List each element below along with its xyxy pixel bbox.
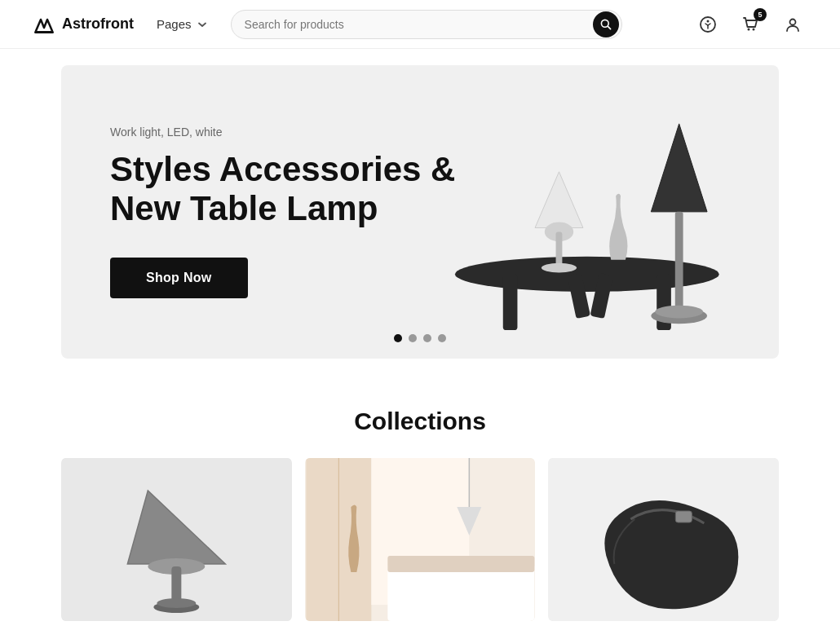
svg-point-6 — [790, 19, 796, 24]
cart-button[interactable]: 5 — [736, 10, 765, 39]
collection-card-room[interactable] — [305, 458, 536, 621]
search-bar — [231, 10, 622, 39]
dot-2[interactable] — [409, 334, 417, 342]
svg-point-5 — [753, 28, 755, 30]
pages-label: Pages — [157, 17, 192, 31]
hero-title: Styles Accessories & New Table Lamp — [110, 150, 730, 229]
chevron-down-icon — [197, 19, 208, 30]
hero-banner: Work light, LED, white Styles Accessorie… — [61, 65, 779, 359]
svg-point-3 — [707, 20, 710, 22]
carousel-dots — [394, 334, 446, 342]
dot-4[interactable] — [438, 334, 446, 342]
search-button[interactable] — [593, 11, 619, 37]
logo-text: Astrofront — [62, 15, 134, 33]
svg-point-22 — [157, 598, 196, 608]
hero-title-line2: New Table Lamp — [110, 189, 378, 227]
accessibility-button[interactable] — [693, 10, 723, 39]
svg-rect-31 — [676, 511, 692, 522]
logo[interactable]: Astrofront — [33, 13, 134, 36]
collection-bag-illustration — [548, 458, 779, 621]
search-input[interactable] — [231, 10, 622, 39]
user-icon — [784, 15, 802, 33]
svg-point-4 — [748, 28, 750, 30]
dot-1[interactable] — [394, 334, 402, 342]
shop-now-button[interactable]: Shop Now — [110, 258, 248, 298]
navbar: Astrofront Pages — [0, 0, 840, 49]
collections-grid — [61, 458, 779, 621]
svg-rect-0 — [34, 31, 54, 33]
svg-rect-28 — [387, 556, 534, 572]
nav-icons: 5 — [693, 10, 807, 39]
search-icon — [599, 18, 612, 31]
collection-card-lamp[interactable] — [61, 458, 292, 621]
logo-icon — [33, 13, 55, 36]
accessibility-icon — [699, 15, 717, 33]
collection-lamp-illustration — [61, 458, 292, 621]
svg-point-2 — [701, 17, 715, 32]
dot-3[interactable] — [423, 334, 431, 342]
collections-title: Collections — [61, 408, 779, 435]
pages-menu[interactable]: Pages — [150, 14, 214, 34]
collections-section: Collections — [0, 375, 840, 630]
collection-room-illustration — [305, 458, 536, 621]
account-button[interactable] — [778, 10, 807, 39]
hero-title-line1: Styles Accessories & — [110, 150, 455, 188]
hero-content: Work light, LED, white Styles Accessorie… — [61, 93, 779, 332]
collection-card-bag[interactable] — [548, 458, 779, 621]
svg-rect-27 — [387, 564, 534, 621]
cart-badge: 5 — [754, 8, 767, 21]
hero-subtitle: Work light, LED, white — [110, 126, 730, 139]
